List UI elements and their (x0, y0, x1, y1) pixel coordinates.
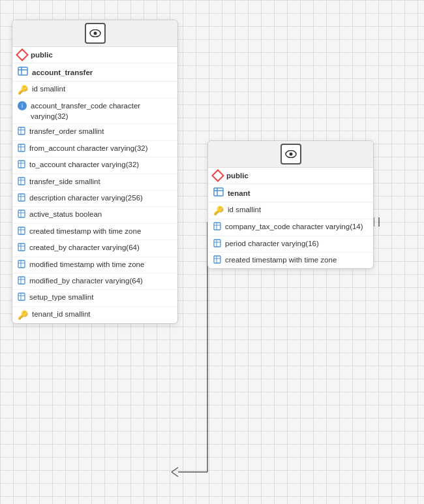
canvas: public account_transfer 🔑 id smallint i … (0, 0, 424, 504)
svg-rect-21 (18, 178, 25, 185)
table-row: transfer_order smallint (12, 124, 177, 140)
field-text: modified timestamp with time zone (29, 259, 144, 270)
table-icon (18, 67, 28, 78)
svg-rect-39 (18, 277, 25, 284)
table-header-tenant (208, 141, 373, 168)
table-row: description character varying(256) (12, 191, 177, 207)
field-text: period character varying(16) (225, 238, 319, 249)
svg-point-46 (289, 153, 292, 156)
table-name-row: account_transfer (12, 63, 177, 82)
svg-line-3 (172, 467, 178, 472)
table-name: account_transfer (32, 69, 93, 76)
svg-rect-12 (18, 127, 25, 134)
table-row: modified timestamp with time zone (12, 257, 177, 274)
field-text: created timestamp with time zone (29, 226, 141, 236)
schema-row: public (12, 47, 177, 63)
field-icon (18, 243, 25, 254)
svg-rect-24 (18, 194, 25, 201)
table-row: i account_transfer_code character varyin… (12, 99, 177, 124)
table-row: 🔑 tenant_id smallint (12, 307, 177, 323)
info-icon: i (18, 101, 27, 110)
svg-rect-33 (18, 244, 25, 251)
svg-rect-15 (18, 144, 25, 151)
field-text: from_account character varying(32) (29, 143, 148, 153)
field-text: transfer_order smallint (29, 126, 104, 136)
eye-icon (280, 144, 301, 165)
field-icon (18, 227, 25, 238)
table-account-transfer[interactable]: public account_transfer 🔑 id smallint i … (12, 20, 178, 324)
field-text: created_by character varying(64) (29, 242, 140, 253)
field-icon (18, 210, 25, 221)
field-icon (18, 260, 25, 271)
svg-rect-36 (18, 260, 25, 268)
field-icon (213, 239, 221, 250)
field-text: tenant_id smallint (32, 309, 91, 319)
field-text: description character varying(256) (29, 193, 143, 203)
svg-rect-30 (18, 227, 25, 234)
field-icon (18, 276, 25, 287)
schema-diamond-icon (211, 169, 224, 182)
svg-rect-42 (18, 293, 25, 300)
field-icon (213, 255, 221, 266)
field-text: id smallint (228, 204, 261, 215)
table-name-row: tenant (208, 184, 373, 202)
table-row: setup_type smallint (12, 290, 177, 306)
table-tenant[interactable]: public tenant 🔑 id smallint company_tax_… (207, 140, 374, 269)
field-text: active_status boolean (29, 209, 102, 219)
table-row: 🔑 id smallint (12, 82, 177, 99)
key-icon: 🔑 (18, 309, 28, 321)
field-text: account_transfer_code character varying(… (31, 101, 172, 121)
schema-name: public (226, 172, 249, 180)
table-row: company_tax_code character varying(14) (208, 219, 373, 236)
key-icon: 🔑 (213, 205, 224, 217)
schema-row: public (208, 168, 373, 184)
field-icon (18, 177, 25, 188)
field-icon (18, 127, 25, 138)
table-row: transfer_side smallint (12, 174, 177, 191)
field-text: modified_by character varying(64) (29, 276, 143, 286)
schema-diamond-icon (16, 48, 29, 61)
field-text: transfer_side smallint (29, 176, 100, 187)
field-text: to_account character varying(32) (29, 159, 139, 170)
field-icon (18, 160, 25, 171)
field-text: id smallint (32, 84, 65, 94)
table-name: tenant (228, 189, 250, 197)
svg-rect-9 (18, 67, 27, 75)
field-icon (18, 193, 25, 204)
svg-point-8 (93, 32, 97, 35)
svg-rect-47 (214, 188, 223, 196)
table-row: created_by character varying(64) (12, 240, 177, 257)
svg-rect-18 (18, 161, 25, 168)
field-icon (213, 222, 221, 233)
table-row: period character varying(16) (208, 236, 373, 253)
table-row: from_account character varying(32) (12, 141, 177, 157)
svg-rect-53 (214, 240, 220, 247)
svg-rect-50 (214, 223, 220, 230)
table-row: created timestamp with time zone (208, 253, 373, 268)
field-text: created timestamp with time zone (225, 255, 337, 265)
eye-icon (85, 23, 106, 44)
svg-rect-27 (18, 210, 25, 217)
svg-line-4 (172, 472, 178, 477)
field-icon (18, 144, 25, 155)
table-row: 🔑 id smallint (208, 202, 373, 219)
field-text: setup_type smallint (29, 292, 93, 302)
key-icon: 🔑 (18, 84, 28, 96)
table-icon (213, 187, 224, 198)
table-row: modified_by character varying(64) (12, 274, 177, 290)
field-text: company_tax_code character varying(14) (225, 221, 363, 232)
schema-name: public (31, 51, 53, 59)
svg-rect-56 (214, 256, 220, 263)
table-header-account-transfer (12, 20, 177, 47)
field-icon (18, 292, 25, 304)
table-row: active_status boolean (12, 207, 177, 223)
table-row: to_account character varying(32) (12, 157, 177, 174)
table-row: created timestamp with time zone (12, 224, 177, 240)
